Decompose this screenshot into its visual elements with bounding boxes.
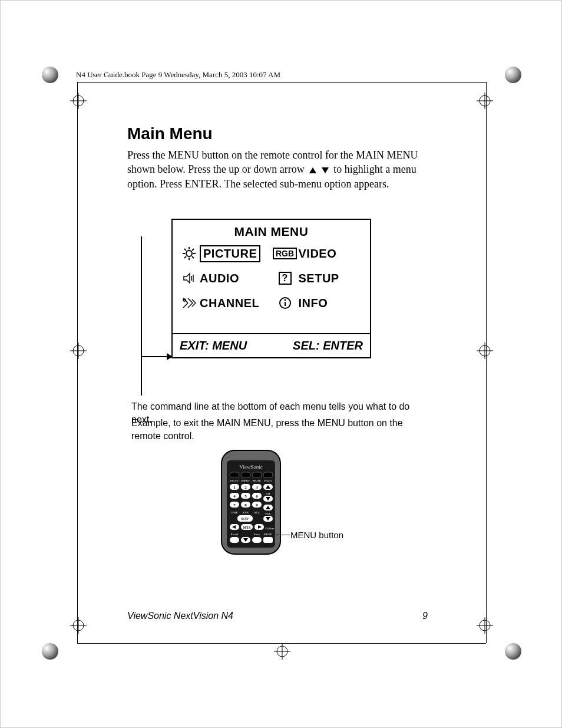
registration-mark <box>274 643 290 660</box>
menu-footer: EXIT: MENU SEL: ENTER <box>173 333 370 357</box>
svg-text:SEL: SEL <box>254 511 260 514</box>
svg-text:6: 6 <box>256 494 258 499</box>
svg-rect-48 <box>252 472 262 477</box>
guide-line <box>77 82 78 643</box>
crop-sphere <box>505 643 521 660</box>
svg-point-41 <box>284 299 286 301</box>
svg-rect-47 <box>241 472 250 477</box>
callout-line <box>275 535 290 535</box>
menu-exit-hint: EXIT: MENU <box>180 339 293 353</box>
svg-text:CH: CH <box>266 492 270 495</box>
menu-title: MAIN MENU <box>173 220 370 241</box>
remote-illustration: ViewSonic PC/TV INPUT MUTE Power 123 456… <box>220 449 282 558</box>
svg-text:3: 3 <box>256 485 258 490</box>
menu-item-video[interactable]: RGB VIDEO <box>272 241 365 266</box>
svg-rect-101 <box>252 537 262 543</box>
svg-text:MTS: MTS <box>243 526 251 529</box>
svg-line-27 <box>192 256 194 258</box>
down-arrow-icon <box>322 167 329 173</box>
registration-mark <box>70 342 87 359</box>
svg-text:Slow: Slow <box>254 533 260 536</box>
svg-rect-102 <box>263 537 273 543</box>
menu-item-info[interactable]: INFO <box>272 291 365 315</box>
crop-sphere <box>42 643 58 660</box>
svg-text:Recall: Recall <box>231 533 239 536</box>
menu-item-audio[interactable]: AUDIO <box>178 266 272 291</box>
svg-text:MENU: MENU <box>264 533 273 536</box>
menu-label: CHANNEL <box>200 297 259 310</box>
brightness-icon <box>178 246 200 261</box>
menu-label: SETUP <box>299 272 339 285</box>
svg-line-29 <box>192 249 194 251</box>
menu-label: PICTURE <box>200 245 260 262</box>
intro-text: Press the MENU button on the remote cont… <box>127 148 439 191</box>
registration-mark <box>477 93 493 109</box>
svg-line-26 <box>184 249 186 251</box>
svg-text:4: 4 <box>233 494 236 499</box>
svg-text:9: 9 <box>256 503 258 508</box>
svg-text:5: 5 <box>244 494 247 499</box>
footer-page: 9 <box>422 611 428 621</box>
svg-text:7: 7 <box>233 503 236 508</box>
menu-item-channel[interactable]: CHANNEL <box>178 291 272 315</box>
menu-select-hint: SEL: ENTER <box>293 339 363 353</box>
channel-icon <box>178 296 200 310</box>
menu-item-picture[interactable]: PICTURE <box>178 241 272 266</box>
question-icon: ? <box>272 272 299 285</box>
svg-text:2: 2 <box>244 485 247 490</box>
guide-line <box>77 82 486 83</box>
menu-item-setup[interactable]: ? SETUP <box>272 266 365 291</box>
svg-text:Ch.Scan: Ch.Scan <box>265 527 275 530</box>
body-text: Example, to exit the MAIN MENU, press th… <box>131 417 426 442</box>
svg-rect-49 <box>263 472 273 477</box>
svg-line-36 <box>188 303 193 308</box>
remote-callout: MENU button <box>290 530 343 540</box>
guide-line <box>77 643 486 644</box>
registration-mark <box>70 93 87 109</box>
svg-text:Power: Power <box>265 479 272 482</box>
svg-text:8: 8 <box>244 503 247 508</box>
svg-text:0/AV: 0/AV <box>242 517 249 521</box>
crop-sphere <box>42 67 58 83</box>
svg-text:VOL: VOL <box>265 512 271 515</box>
svg-text:INPUT: INPUT <box>242 479 250 482</box>
registration-mark <box>477 617 493 634</box>
svg-marker-30 <box>184 274 190 283</box>
svg-text:DISP: DISP <box>232 511 238 514</box>
svg-line-35 <box>188 298 193 303</box>
svg-line-28 <box>184 256 186 258</box>
callout-line <box>141 236 142 396</box>
svg-point-21 <box>186 251 192 256</box>
svg-text:1: 1 <box>233 485 236 490</box>
main-menu-panel: MAIN MENU PICTURE AUDIO <box>171 219 371 358</box>
rgb-icon: RGB <box>272 248 299 259</box>
svg-rect-46 <box>230 472 239 477</box>
page-heading: Main Menu <box>127 124 439 143</box>
registration-mark <box>70 617 87 634</box>
svg-line-34 <box>183 303 188 308</box>
registration-mark <box>477 342 493 359</box>
menu-label: VIDEO <box>299 247 337 261</box>
speaker-icon <box>178 271 200 285</box>
crop-sphere <box>505 67 521 83</box>
up-arrow-icon <box>309 167 316 173</box>
menu-label: INFO <box>299 297 328 310</box>
menu-label: AUDIO <box>200 272 239 285</box>
svg-rect-98 <box>230 537 239 543</box>
svg-text:PC/TV: PC/TV <box>230 479 239 482</box>
guide-line <box>486 82 487 643</box>
info-icon <box>272 297 299 309</box>
svg-text:XXX: XXX <box>243 511 249 514</box>
svg-text:MUTE: MUTE <box>253 479 261 482</box>
header-meta: N4 User Guide.book Page 9 Wednesday, Mar… <box>76 70 280 80</box>
callout-arrow <box>142 356 171 357</box>
svg-text:ViewSonic: ViewSonic <box>239 464 262 470</box>
footer-product: ViewSonic NextVision N4 <box>127 611 422 621</box>
